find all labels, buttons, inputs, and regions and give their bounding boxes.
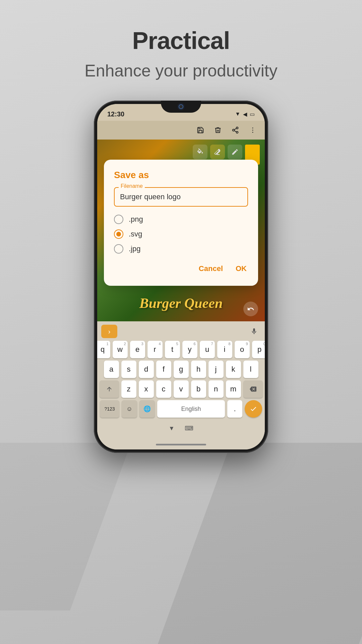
svg-point-6 [252, 130, 253, 131]
key-n[interactable]: n [208, 380, 224, 398]
share-button[interactable] [230, 125, 241, 136]
radio-png-label: .png [129, 215, 143, 224]
save-dialog: Save as Filename .png [104, 160, 258, 286]
radio-png-circle[interactable] [114, 215, 123, 224]
phone-bottom: ▼ ⌨ [97, 423, 265, 449]
dialog-overlay: Save as Filename .png [97, 140, 265, 321]
key-e[interactable]: e3 [130, 341, 145, 358]
radio-png[interactable]: .png [114, 215, 248, 224]
key-o[interactable]: o9 [235, 341, 250, 358]
app-toolbar [97, 121, 265, 140]
page-title: Practical [132, 27, 230, 54]
filename-field: Filename [114, 187, 248, 207]
radio-jpg[interactable]: .jpg [114, 244, 248, 254]
svg-point-1 [233, 129, 235, 131]
phone-mockup: 12:30 ▼ ◀ ▭ [94, 101, 268, 453]
key-q[interactable]: q1 [97, 341, 110, 358]
keyboard-expand-button[interactable]: › [101, 325, 117, 338]
key-j[interactable]: j [208, 361, 224, 378]
key-z[interactable]: z [121, 380, 136, 398]
editor-area: Burger Queen Save as Filename .png [97, 140, 265, 321]
key-s[interactable]: s [121, 361, 136, 378]
radio-svg-circle[interactable] [114, 229, 123, 239]
keyboard: › q1 w2 e3 r4 t5 y6 u7 [97, 321, 265, 423]
key-u[interactable]: u7 [200, 341, 215, 358]
key-period[interactable]: . [227, 400, 242, 418]
backspace-key[interactable] [243, 380, 263, 398]
keyboard-row-3: z x c v b n m [100, 380, 262, 398]
format-radio-group: .png .svg .jpg [114, 215, 248, 254]
svg-point-7 [252, 132, 253, 133]
delete-button[interactable] [213, 125, 223, 136]
key-t[interactable]: t5 [165, 341, 180, 358]
key-m[interactable]: m [226, 380, 241, 398]
keyboard-top-row: › [100, 325, 262, 338]
save-button[interactable] [195, 125, 206, 136]
spacebar-key[interactable]: English [157, 400, 225, 418]
home-bar [156, 444, 206, 445]
key-123[interactable]: ?123 [100, 400, 119, 418]
keyboard-icon: ⌨ [185, 425, 193, 432]
key-globe[interactable]: 🌐 [139, 400, 155, 418]
radio-svg-label: .svg [129, 230, 142, 238]
keyboard-row-1: q1 w2 e3 r4 t5 y6 u7 i8 o9 p0 [100, 341, 262, 358]
status-icons: ▼ ◀ ▭ [235, 111, 255, 117]
keyboard-row-4: ?123 ☺ 🌐 English . [100, 400, 262, 418]
battery-icon: ▭ [250, 111, 255, 117]
key-i[interactable]: i8 [217, 341, 232, 358]
key-y[interactable]: y6 [182, 341, 197, 358]
dialog-title: Save as [114, 170, 248, 180]
key-a[interactable]: a [104, 361, 119, 378]
keyboard-row-2: a s d f g h j k l [100, 361, 262, 378]
key-g[interactable]: g [174, 361, 189, 378]
signal-icon: ◀ [243, 111, 247, 117]
radio-jpg-label: .jpg [129, 245, 140, 253]
svg-point-2 [236, 131, 238, 133]
svg-point-0 [236, 127, 238, 129]
key-b[interactable]: b [191, 380, 206, 398]
radio-jpg-circle[interactable] [114, 244, 123, 254]
key-c[interactable]: c [156, 380, 171, 398]
back-gesture-icon: ▼ [169, 425, 175, 432]
key-r[interactable]: r4 [147, 341, 163, 358]
key-v[interactable]: v [174, 380, 189, 398]
svg-point-5 [252, 127, 253, 128]
filename-label: Filename [119, 183, 145, 189]
keyboard-mic-button[interactable] [247, 325, 261, 338]
filename-input[interactable] [114, 187, 248, 207]
ok-button[interactable]: OK [234, 262, 248, 276]
key-emoji[interactable]: ☺ [122, 400, 137, 418]
key-l[interactable]: l [243, 361, 258, 378]
dialog-actions: Cancel OK [114, 262, 248, 276]
key-f[interactable]: f [156, 361, 171, 378]
front-camera [179, 104, 183, 109]
more-button[interactable] [247, 125, 258, 136]
key-x[interactable]: x [139, 380, 154, 398]
svg-line-3 [234, 130, 236, 132]
phone-notch [161, 101, 201, 113]
page-subtitle: Enhance your productivity [84, 61, 277, 80]
key-h[interactable]: h [191, 361, 206, 378]
key-k[interactable]: k [226, 361, 241, 378]
bottom-gesture-row: ▼ ⌨ [169, 425, 193, 432]
confirm-key[interactable] [245, 400, 262, 418]
shift-key[interactable] [100, 380, 119, 398]
key-w[interactable]: w2 [113, 341, 128, 358]
status-time: 12:30 [107, 110, 124, 118]
cancel-button[interactable]: Cancel [197, 262, 224, 276]
key-d[interactable]: d [139, 361, 154, 378]
svg-line-4 [234, 128, 236, 130]
radio-svg[interactable]: .svg [114, 229, 248, 239]
wifi-icon: ▼ [235, 111, 240, 117]
key-p[interactable]: p0 [252, 341, 265, 358]
